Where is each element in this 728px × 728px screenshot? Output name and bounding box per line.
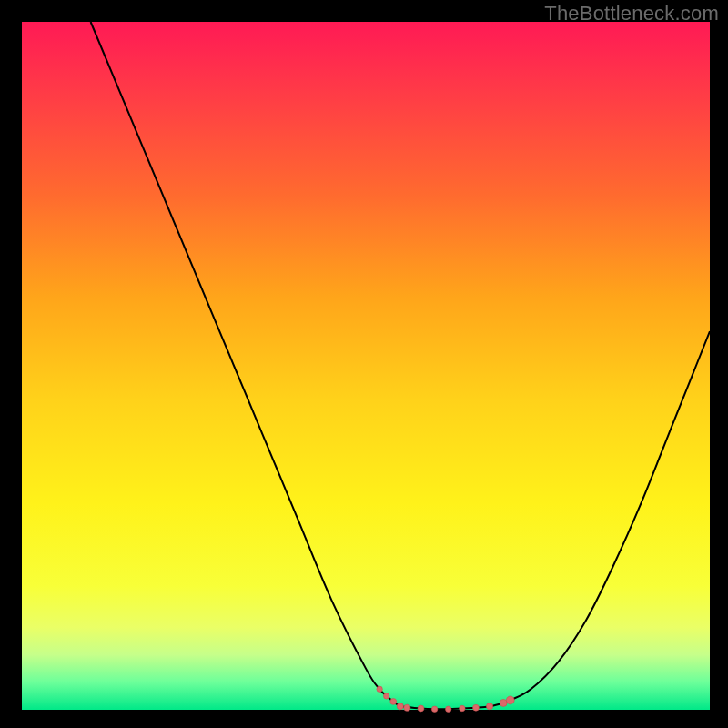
marker-point (486, 703, 492, 710)
marker-point (500, 699, 507, 706)
marker-point (390, 699, 397, 705)
left-curve (91, 22, 400, 706)
right-curve (511, 331, 710, 700)
marker-point (446, 706, 451, 712)
marker-point (460, 705, 465, 711)
marker-point (473, 704, 480, 711)
marker-point (506, 696, 514, 704)
marker-point (404, 704, 410, 711)
plot-area (22, 22, 710, 710)
chart-svg (22, 22, 710, 710)
marker-point (397, 703, 403, 710)
marker-point (418, 705, 424, 712)
marker-point (377, 686, 382, 692)
chart-frame: TheBottleneck.com (0, 0, 728, 728)
marker-point (431, 706, 437, 712)
marker-group (377, 686, 514, 712)
marker-point (383, 693, 389, 699)
floor-curve (400, 700, 511, 709)
